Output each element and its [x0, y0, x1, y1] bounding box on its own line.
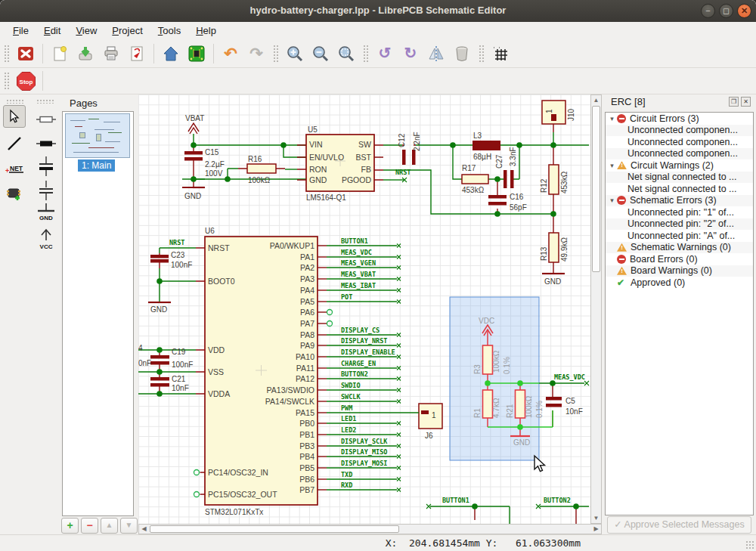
- title-bar[interactable]: hydro-battery-charger.lpp - LibrePCB Sch…: [0, 0, 756, 22]
- erc-row[interactable]: Unconnected pin: "A" of...: [606, 230, 753, 242]
- expand-caret-icon[interactable]: ▾: [607, 115, 617, 122]
- erc-row[interactable]: Unconnected componen...: [606, 125, 753, 137]
- add-vcc-tool-button[interactable]: VCC: [35, 229, 57, 252]
- horizontal-scrollbar[interactable]: ◀ ▶: [138, 524, 602, 534]
- zoom-out-icon: [311, 45, 330, 63]
- erc-row[interactable]: Net signal connected to ...: [606, 172, 753, 184]
- erc-row[interactable]: ▾Schematic Errors (3): [606, 195, 753, 207]
- vertical-scrollbar[interactable]: ▲ ▼: [590, 94, 602, 524]
- grid-properties-button[interactable]: [488, 42, 513, 65]
- toolbar-handle[interactable]: [4, 45, 9, 63]
- erc-row[interactable]: Unconnected componen...: [606, 148, 753, 160]
- draw-wire-tool-button[interactable]: [3, 132, 26, 155]
- board-editor-button[interactable]: [184, 42, 209, 65]
- schematic-grid[interactable]: VBAT C15 2.2µF 100V GND R16 100kΩ U5 VIN…: [138, 94, 590, 524]
- close-project-button[interactable]: [14, 42, 38, 65]
- erc-row[interactable]: ▾Circuit Warnings (2): [606, 159, 753, 172]
- add-resistor-tool-button[interactable]: [35, 108, 57, 131]
- menu-tools[interactable]: Tools: [151, 23, 187, 38]
- schematic-canvas[interactable]: VBAT C15 2.2µF 100V GND R16 100kΩ U5 VIN…: [138, 94, 603, 534]
- add-capacitor-tool-button[interactable]: [35, 179, 57, 202]
- zoom-fit-button[interactable]: [334, 42, 358, 65]
- erc-list[interactable]: ▾Circuit Errors (3)Unconnected componen.…: [605, 112, 754, 515]
- add-inductor-tool-button[interactable]: [35, 132, 57, 155]
- net-label-DISPLAY_CS: DISPLAY_CS: [341, 327, 380, 334]
- scroll-up-icon[interactable]: ▲: [591, 95, 601, 105]
- scroll-down-icon[interactable]: ▼: [591, 513, 601, 523]
- add-bipolar-capacitor-tool-button[interactable]: [35, 155, 57, 178]
- u6-pin-PB1: PB1: [299, 430, 314, 439]
- svg-text:0nF: 0nF: [138, 359, 151, 367]
- menu-bar: FileEditViewProjectToolsHelp: [0, 22, 756, 39]
- net-end-marker: [397, 355, 401, 359]
- resize-grip[interactable]: [745, 540, 754, 549]
- erc-row[interactable]: Schematic Warnings (0): [606, 242, 753, 254]
- stop-button[interactable]: Stop: [14, 70, 38, 92]
- toolbar-handle[interactable]: [4, 72, 9, 90]
- erc-row[interactable]: Net signal connected to ...: [606, 183, 753, 195]
- svg-text:R13: R13: [540, 246, 548, 261]
- scroll-right-icon[interactable]: ▶: [591, 525, 601, 534]
- home-button[interactable]: [159, 42, 183, 65]
- erc-row[interactable]: Board Warnings (0): [606, 265, 753, 277]
- erc-row[interactable]: Unconnected pin: "1" of...: [606, 206, 753, 218]
- rotate-ccw-button[interactable]: ↺: [373, 42, 397, 65]
- toolbar-handle[interactable]: [363, 45, 368, 63]
- menu-file[interactable]: File: [6, 23, 36, 38]
- net-label-LED1: LED1: [341, 415, 356, 423]
- vertical-scrollbar-thumb[interactable]: [592, 106, 600, 272]
- rotate-cw-button[interactable]: ↻: [398, 42, 423, 65]
- menu-help[interactable]: Help: [189, 23, 223, 38]
- toolbar-handle[interactable]: [479, 45, 484, 63]
- move-page-down-button[interactable]: ▼: [120, 518, 138, 534]
- page-item-main[interactable]: 1: Main: [78, 159, 115, 172]
- erc-row[interactable]: Unconnected componen...: [606, 136, 753, 148]
- menu-edit[interactable]: Edit: [37, 23, 67, 38]
- add-component-tool-button[interactable]: [3, 182, 26, 205]
- erc-row[interactable]: Board Errors (0): [606, 253, 753, 265]
- erc-row[interactable]: ✔Approved (0): [606, 277, 753, 289]
- minimize-icon[interactable]: −: [701, 4, 715, 18]
- redo-button[interactable]: ↷: [244, 42, 268, 65]
- svg-text:C21: C21: [172, 375, 186, 383]
- erc-row-label: Unconnected componen...: [627, 125, 738, 135]
- export-pdf-button[interactable]: [125, 42, 149, 65]
- mirror-button[interactable]: [424, 42, 448, 65]
- undo-button[interactable]: ↶: [218, 42, 243, 65]
- zoom-in-button[interactable]: [283, 42, 307, 65]
- close-dock-icon[interactable]: ✕: [741, 97, 751, 107]
- save-button[interactable]: [73, 42, 98, 65]
- erc-row[interactable]: Unconnected pin: "2" of...: [606, 218, 753, 231]
- expand-caret-icon[interactable]: ▾: [607, 197, 617, 204]
- print-button[interactable]: [99, 42, 123, 65]
- new-sheet-button[interactable]: [48, 42, 72, 65]
- menu-view[interactable]: View: [69, 23, 104, 38]
- move-page-up-button[interactable]: ▲: [101, 518, 118, 534]
- toolbar-handle[interactable]: [6, 99, 24, 104]
- expand-caret-icon[interactable]: ▾: [607, 162, 617, 169]
- delete-button[interactable]: [450, 42, 474, 65]
- maximize-icon[interactable]: ◻: [719, 4, 733, 18]
- svg-text:100kΩ: 100kΩ: [492, 350, 500, 373]
- close-icon[interactable]: ✕: [737, 4, 751, 18]
- page-thumbnail[interactable]: [65, 113, 130, 158]
- pages-list[interactable]: 1: Main: [62, 111, 134, 516]
- horizontal-scrollbar-thumb[interactable]: [150, 525, 399, 533]
- float-dock-icon[interactable]: ❐: [729, 97, 739, 107]
- menu-project[interactable]: Project: [105, 23, 149, 38]
- svg-text:100kΩ: 100kΩ: [248, 176, 271, 184]
- zoom-out-button[interactable]: [308, 42, 333, 65]
- select-tool-button[interactable]: [3, 105, 26, 128]
- erc-row[interactable]: ▾Circuit Errors (3): [606, 113, 753, 125]
- add-net-label-tool-button[interactable]: NET+: [3, 158, 26, 181]
- add-page-button[interactable]: +: [61, 518, 79, 534]
- remove-page-button[interactable]: −: [81, 518, 98, 534]
- u6-pin-PA14/SWCLK: PA14/SWCLK: [265, 397, 314, 406]
- scroll-left-icon[interactable]: ◀: [139, 525, 149, 534]
- add-gnd-tool-button[interactable]: GND: [35, 202, 57, 224]
- approve-selected-messages-button[interactable]: ✓ Approve Selected Messages: [607, 516, 751, 534]
- warning-icon: [617, 267, 627, 275]
- net-end-marker: [397, 344, 401, 348]
- toolbar-handle[interactable]: [273, 45, 278, 63]
- toolbar-handle[interactable]: [36, 99, 54, 104]
